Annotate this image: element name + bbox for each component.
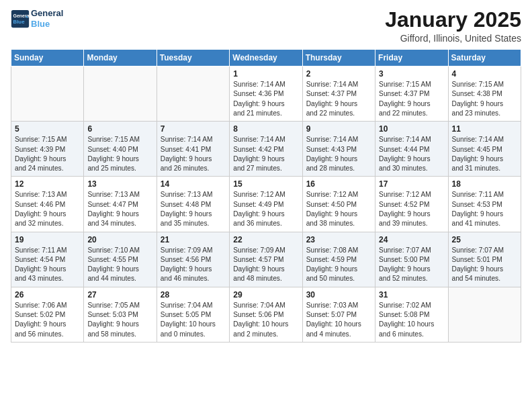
- calendar-cell: 26Sunrise: 7:06 AMSunset: 5:02 PMDayligh…: [11, 287, 84, 342]
- calendar-cell: 16Sunrise: 7:12 AMSunset: 4:50 PMDayligh…: [302, 177, 375, 232]
- calendar-cell: 8Sunrise: 7:14 AMSunset: 4:42 PMDaylight…: [230, 122, 302, 177]
- calendar-cell: 30Sunrise: 7:03 AMSunset: 5:07 PMDayligh…: [302, 287, 375, 342]
- day-number: 2: [306, 69, 371, 79]
- calendar-cell: 12Sunrise: 7:13 AMSunset: 4:46 PMDayligh…: [11, 177, 84, 232]
- day-number: 4: [452, 69, 517, 79]
- calendar-body: 1Sunrise: 7:14 AMSunset: 4:36 PMDaylight…: [11, 66, 521, 342]
- calendar-cell: 6Sunrise: 7:15 AMSunset: 4:40 PMDaylight…: [84, 122, 157, 177]
- header-day-monday: Monday: [84, 50, 157, 66]
- calendar-cell: 28Sunrise: 7:04 AMSunset: 5:05 PMDayligh…: [157, 287, 229, 342]
- page: General Blue General Blue January 2025 G…: [0, 0, 532, 411]
- day-info: Sunrise: 7:11 AMSunset: 4:54 PMDaylight:…: [15, 246, 80, 284]
- day-info: Sunrise: 7:09 AMSunset: 4:56 PMDaylight:…: [161, 246, 226, 284]
- calendar-subtitle: Gifford, Illinois, United States: [385, 33, 521, 44]
- day-info: Sunrise: 7:12 AMSunset: 4:52 PMDaylight:…: [379, 190, 444, 228]
- day-number: 19: [15, 235, 80, 244]
- day-info: Sunrise: 7:02 AMSunset: 5:08 PMDaylight:…: [379, 301, 444, 339]
- calendar-cell: 23Sunrise: 7:08 AMSunset: 4:59 PMDayligh…: [302, 232, 375, 287]
- day-info: Sunrise: 7:07 AMSunset: 5:00 PMDaylight:…: [379, 246, 444, 284]
- logo-line2: Blue: [31, 19, 63, 30]
- day-info: Sunrise: 7:14 AMSunset: 4:42 PMDaylight:…: [233, 135, 298, 173]
- day-number: 13: [87, 179, 152, 189]
- day-info: Sunrise: 7:13 AMSunset: 4:48 PMDaylight:…: [161, 190, 226, 228]
- header: General Blue General Blue January 2025 G…: [11, 8, 521, 44]
- calendar-cell: 9Sunrise: 7:14 AMSunset: 4:43 PMDaylight…: [302, 122, 375, 177]
- day-number: 7: [161, 124, 226, 134]
- calendar-cell: [448, 287, 521, 342]
- day-number: 23: [306, 235, 371, 244]
- calendar-cell: 22Sunrise: 7:09 AMSunset: 4:57 PMDayligh…: [230, 232, 302, 287]
- calendar-cell: 20Sunrise: 7:10 AMSunset: 4:55 PMDayligh…: [84, 232, 157, 287]
- week-row-2: 5Sunrise: 7:15 AMSunset: 4:39 PMDaylight…: [11, 122, 521, 177]
- title-block: January 2025 Gifford, Illinois, United S…: [385, 8, 521, 44]
- calendar-cell: 17Sunrise: 7:12 AMSunset: 4:52 PMDayligh…: [375, 177, 448, 232]
- day-number: 11: [452, 124, 517, 134]
- day-number: 10: [379, 124, 444, 134]
- day-number: 16: [306, 179, 371, 189]
- calendar-cell: 5Sunrise: 7:15 AMSunset: 4:39 PMDaylight…: [11, 122, 84, 177]
- day-number: 15: [233, 179, 298, 189]
- day-info: Sunrise: 7:15 AMSunset: 4:39 PMDaylight:…: [15, 135, 80, 173]
- day-number: 12: [15, 179, 80, 189]
- header-day-saturday: Saturday: [448, 50, 521, 66]
- day-info: Sunrise: 7:05 AMSunset: 5:03 PMDaylight:…: [87, 301, 152, 339]
- day-info: Sunrise: 7:07 AMSunset: 5:01 PMDaylight:…: [452, 246, 517, 284]
- calendar-cell: 25Sunrise: 7:07 AMSunset: 5:01 PMDayligh…: [448, 232, 521, 287]
- calendar-cell: 2Sunrise: 7:14 AMSunset: 4:37 PMDaylight…: [302, 66, 375, 122]
- week-row-3: 12Sunrise: 7:13 AMSunset: 4:46 PMDayligh…: [11, 177, 521, 232]
- day-number: 6: [87, 124, 152, 134]
- week-row-1: 1Sunrise: 7:14 AMSunset: 4:36 PMDaylight…: [11, 66, 521, 122]
- day-number: 24: [379, 235, 444, 244]
- day-info: Sunrise: 7:13 AMSunset: 4:46 PMDaylight:…: [15, 190, 80, 228]
- day-info: Sunrise: 7:14 AMSunset: 4:43 PMDaylight:…: [306, 135, 371, 173]
- day-info: Sunrise: 7:14 AMSunset: 4:37 PMDaylight:…: [306, 80, 371, 118]
- day-info: Sunrise: 7:14 AMSunset: 4:36 PMDaylight:…: [233, 80, 298, 118]
- day-info: Sunrise: 7:13 AMSunset: 4:47 PMDaylight:…: [87, 190, 152, 228]
- calendar-cell: 19Sunrise: 7:11 AMSunset: 4:54 PMDayligh…: [11, 232, 84, 287]
- calendar-table: SundayMondayTuesdayWednesdayThursdayFrid…: [11, 49, 521, 342]
- calendar-cell: 3Sunrise: 7:15 AMSunset: 4:37 PMDaylight…: [375, 66, 448, 122]
- calendar-cell: 11Sunrise: 7:14 AMSunset: 4:45 PMDayligh…: [448, 122, 521, 177]
- day-info: Sunrise: 7:15 AMSunset: 4:38 PMDaylight:…: [452, 80, 517, 118]
- day-info: Sunrise: 7:11 AMSunset: 4:53 PMDaylight:…: [452, 190, 517, 228]
- day-number: 31: [379, 290, 444, 300]
- calendar-cell: 24Sunrise: 7:07 AMSunset: 5:00 PMDayligh…: [375, 232, 448, 287]
- day-number: 27: [87, 290, 152, 300]
- calendar-cell: [157, 66, 229, 122]
- logo-line1: General: [31, 8, 63, 19]
- day-info: Sunrise: 7:15 AMSunset: 4:37 PMDaylight:…: [379, 80, 444, 118]
- day-number: 22: [233, 235, 298, 244]
- logo-icon: General Blue: [11, 9, 30, 28]
- day-number: 1: [233, 69, 298, 79]
- calendar-cell: [11, 66, 84, 122]
- day-number: 20: [87, 235, 152, 244]
- day-number: 21: [161, 235, 226, 244]
- logo: General Blue General Blue: [11, 8, 63, 29]
- day-number: 26: [15, 290, 80, 300]
- calendar-cell: 27Sunrise: 7:05 AMSunset: 5:03 PMDayligh…: [84, 287, 157, 342]
- day-info: Sunrise: 7:14 AMSunset: 4:44 PMDaylight:…: [379, 135, 444, 173]
- day-number: 9: [306, 124, 371, 134]
- day-number: 25: [452, 235, 517, 244]
- week-row-5: 26Sunrise: 7:06 AMSunset: 5:02 PMDayligh…: [11, 287, 521, 342]
- header-day-sunday: Sunday: [11, 50, 84, 66]
- day-info: Sunrise: 7:10 AMSunset: 4:55 PMDaylight:…: [87, 246, 152, 284]
- calendar-cell: 14Sunrise: 7:13 AMSunset: 4:48 PMDayligh…: [157, 177, 229, 232]
- week-row-4: 19Sunrise: 7:11 AMSunset: 4:54 PMDayligh…: [11, 232, 521, 287]
- calendar-cell: 21Sunrise: 7:09 AMSunset: 4:56 PMDayligh…: [157, 232, 229, 287]
- day-info: Sunrise: 7:12 AMSunset: 4:49 PMDaylight:…: [233, 190, 298, 228]
- header-day-friday: Friday: [375, 50, 448, 66]
- day-info: Sunrise: 7:14 AMSunset: 4:41 PMDaylight:…: [161, 135, 226, 173]
- day-number: 8: [233, 124, 298, 134]
- day-number: 14: [161, 179, 226, 189]
- header-day-thursday: Thursday: [302, 50, 375, 66]
- day-info: Sunrise: 7:04 AMSunset: 5:05 PMDaylight:…: [161, 301, 226, 339]
- calendar-cell: 31Sunrise: 7:02 AMSunset: 5:08 PMDayligh…: [375, 287, 448, 342]
- calendar-cell: 15Sunrise: 7:12 AMSunset: 4:49 PMDayligh…: [230, 177, 302, 232]
- header-day-tuesday: Tuesday: [157, 50, 229, 66]
- day-info: Sunrise: 7:14 AMSunset: 4:45 PMDaylight:…: [452, 135, 517, 173]
- calendar-cell: 10Sunrise: 7:14 AMSunset: 4:44 PMDayligh…: [375, 122, 448, 177]
- day-number: 28: [161, 290, 226, 300]
- day-number: 3: [379, 69, 444, 79]
- day-info: Sunrise: 7:09 AMSunset: 4:57 PMDaylight:…: [233, 246, 298, 284]
